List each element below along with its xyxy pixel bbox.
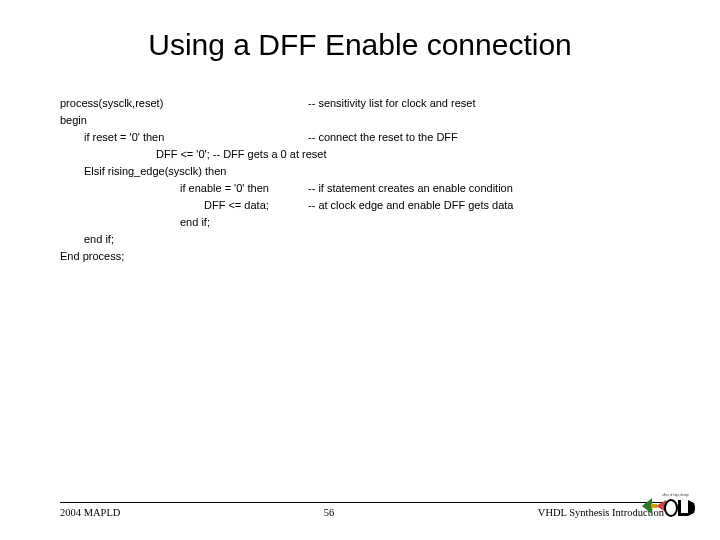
code-text: End process; [60,248,124,265]
code-text: if reset = '0' then [84,129,308,146]
svg-text:office of logic design: office of logic design [662,493,689,497]
code-text: DFF <= data; [204,197,308,214]
code-comment: -- sensitivity list for clock and reset [308,95,476,112]
slide-title: Using a DFF Enable connection [0,0,720,62]
code-block: process(sysclk,reset) -- sensitivity lis… [60,95,513,265]
code-text: end if; [84,231,114,248]
footer: 2004 MAPLD 56 VHDL Synthesis Introductio… [60,502,688,518]
code-comment: -- at clock edge and enable DFF gets dat… [308,197,513,214]
code-text: Elsif rising_edge(sysclk) then [84,163,226,180]
footer-left: 2004 MAPLD [60,507,120,518]
code-comment: -- if statement creates an enable condit… [308,180,513,197]
footer-page-number: 56 [324,507,335,518]
code-text: if enable = '0' then [180,180,308,197]
svg-marker-0 [642,498,652,514]
code-text: end if; [180,214,210,231]
code-text: DFF <= '0'; -- DFF gets a 0 at reset [156,146,326,163]
old-logo-icon: office of logic design [640,490,696,522]
code-text: begin [60,112,87,129]
svg-point-3 [665,500,677,516]
code-text: process(sysclk,reset) [60,95,308,112]
code-comment: -- connect the reset to the DFF [308,129,458,146]
footer-divider [60,502,664,503]
